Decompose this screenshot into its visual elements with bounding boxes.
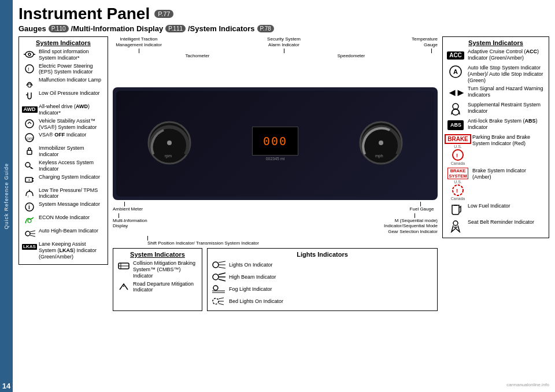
ref3: P.111 [165, 25, 186, 32]
svg-point-29 [167, 140, 172, 145]
parking-brake-text: Parking Brake and Brake System Indicator… [472, 134, 545, 147]
title-main: Instrument Panel [18, 5, 150, 23]
list-item: Keyless Access System Indicator [23, 160, 104, 172]
auto-highbeam-text: Auto High-Beam Indicator [39, 228, 104, 234]
list-item: + Charging System Indicator [23, 174, 104, 186]
srs-text: Supplemental Restraint System Indicator [468, 102, 545, 114]
svg-text:i: i [28, 204, 30, 210]
list-item: ! Low Tire Pressure/ TPMS Indicator [23, 187, 104, 200]
svg-point-56 [452, 109, 459, 115]
svg-point-49 [213, 298, 219, 304]
keyless-text: Keyless Access System Indicator [39, 160, 104, 172]
subtitle-mid2: /System Indicators [188, 24, 255, 33]
charging-text: Charging System Indicator [39, 174, 104, 180]
svg-line-50 [219, 298, 224, 299]
list-item: Road Departure Mitigation Indicator [117, 281, 198, 294]
canada-label2: Canada [451, 197, 465, 201]
bottom-row: System Indicators Collision Mitigation B… [113, 248, 438, 311]
abs-icon: ABS [446, 118, 465, 132]
svg-line-45 [219, 279, 225, 281]
acc-icon: ACC [446, 49, 465, 62]
turn-signal-text: Turn Signal and Hazard Warning Indicator… [468, 86, 545, 98]
list-item: Low Oil Pressure Indicator [23, 90, 104, 102]
svg-text:rpm: rpm [165, 154, 172, 158]
blind-spot-icon [23, 49, 36, 60]
acc-badge: ACC [447, 51, 464, 60]
speedometer-label: Speedometer [337, 53, 365, 58]
bottom-label-row2: Multi-Information Display M (Sequential … [113, 213, 438, 235]
mil-text: Malfunction Indicator Lamp [39, 77, 104, 83]
sidebar-label: Quick Reference Guide [3, 163, 9, 230]
bottom-sys-title: System Indicators [117, 251, 198, 258]
fog-light-icon [211, 284, 226, 294]
center-digital-display: 000 002345 mi [252, 127, 298, 161]
svg-point-23 [28, 219, 31, 223]
low-fuel-text: Low Fuel Indicator [468, 203, 545, 209]
list-item: LKAS Lane Keeping Assist System (LKAS) I… [23, 241, 104, 260]
svg-point-24 [25, 231, 30, 236]
awd-icon: AWD [23, 103, 36, 115]
svg-point-59 [453, 185, 463, 195]
list-item: Low Fuel Indicator [446, 203, 545, 217]
list-item: Vehicle Stability Assist™ (VSA®) System … [23, 118, 104, 131]
high-beam-text: High Beam Indicator [229, 274, 434, 280]
ambient-meter-label: Ambient Meter [113, 202, 153, 212]
vsa-off-icon: OFF [23, 132, 36, 143]
left-indicators-panel: System Indicators Blind spot information… [18, 36, 108, 387]
list-item: ! Electric Power Steering (EPS) System I… [23, 63, 104, 76]
page-title: Instrument Panel P.77 [18, 5, 549, 23]
security-alarm-label: Security System Alarm Indicator [261, 36, 307, 47]
brake-system-text: Brake System Indicator (Amber) [472, 168, 545, 180]
econ-text: ECON Mode Indicator [39, 215, 104, 221]
subtitle-gauges: Gauges [18, 24, 46, 33]
abs-badge: ABS [447, 120, 464, 130]
center-section: Intelligent Traction Management Indicato… [113, 36, 438, 387]
tachometer-label: Tachometer [186, 53, 210, 58]
list-item: Blind spot information System Indicator* [23, 49, 104, 61]
title-ref1: P.77 [154, 10, 173, 18]
vsa-text: Vehicle Stability Assist™ (VSA®) System … [39, 118, 104, 131]
list-item: OFF VSA® OFF Indicator [23, 132, 104, 143]
right-system-indicators-box: System Indicators ACC Adaptive Cruise Co… [442, 36, 549, 238]
svg-point-57 [453, 150, 463, 160]
connector-row [113, 49, 438, 53]
svg-line-41 [219, 267, 225, 268]
subtitle: Gauges P.110 /Multi-Information Display … [18, 24, 549, 33]
list-item: Bed Lights On Indicator [211, 296, 434, 306]
svg-line-52 [219, 304, 224, 305]
dashboard-image: rpm 000 002345 mi [113, 87, 438, 200]
list-item: Collision Mitigation Braking System™ (CM… [117, 260, 198, 279]
list-item: Malfunction Indicator Lamp [23, 77, 104, 88]
parking-brake-icons: BRAKE U.S. ! Canada [446, 134, 469, 165]
left-system-indicators-box: System Indicators Blind spot information… [18, 36, 108, 265]
speedometer-gauge: mph [358, 120, 404, 168]
svg-line-27 [30, 235, 35, 236]
keyless-icon [23, 160, 36, 171]
bottom-label-row: Ambient Meter Fuel Gauge [113, 202, 438, 212]
lights-on-icon [211, 260, 226, 270]
left-section-title: System Indicators [23, 39, 104, 46]
vsa-icon [23, 118, 36, 130]
top-label-row: Intelligent Traction Management Indicato… [113, 36, 438, 47]
content-grid: System Indicators Blind spot information… [18, 36, 549, 387]
svg-point-46 [213, 286, 218, 290]
list-item: BRAKESYSTEM U.S. ! Canada Brake System I… [446, 168, 545, 201]
sequential-mode-label: M (Sequential mode) Indicator/Sequential… [380, 213, 438, 235]
seatbelt-text: Seat Belt Reminder Indicator [468, 219, 545, 225]
immobilizer-text: Immobilizer System Indicator [39, 145, 104, 158]
cmbs-text: Collision Mitigation Braking System™ (CM… [133, 260, 198, 279]
awd-badge: AWD [22, 106, 38, 113]
list-item: ABS Anti-lock Brake System (ABS) Indicat… [446, 118, 545, 132]
list-item: ◄► Turn Signal and Hazard Warning Indica… [446, 86, 545, 99]
system-message-icon: i [23, 201, 36, 213]
system-message-text: System Message Indicator [39, 201, 104, 208]
multi-info-label: Multi-Information Display [113, 213, 159, 235]
svg-point-0 [25, 51, 34, 57]
svg-point-4 [25, 65, 34, 73]
seatbelt-icon [446, 219, 465, 233]
page-number: 14 [0, 380, 13, 392]
svg-text:+: + [28, 177, 31, 183]
lights-indicators-box: Lights Indicators Lights On Indicator H [207, 248, 438, 311]
sidebar: Quick Reference Guide [0, 0, 13, 392]
svg-point-38 [213, 262, 219, 268]
